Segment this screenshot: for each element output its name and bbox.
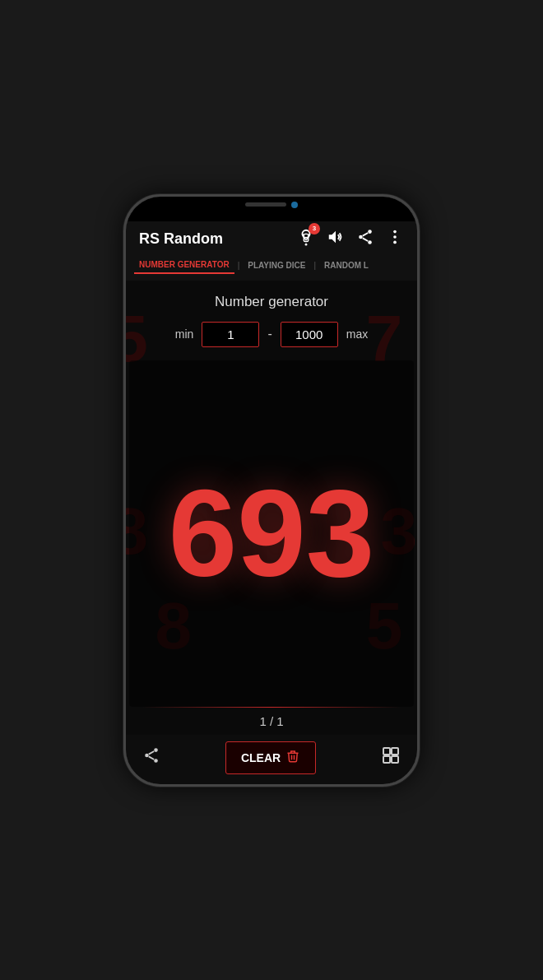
svg-line-7 [363, 232, 368, 235]
tab-bar: NUMBER GENERATOR | PLAYING DICE | RANDOM… [126, 257, 417, 281]
svg-point-5 [359, 235, 363, 239]
header-icons: 3 [297, 228, 404, 250]
notch [222, 197, 321, 213]
svg-point-1 [305, 243, 308, 245]
max-input[interactable] [281, 322, 338, 347]
camera-dot [291, 202, 298, 208]
svg-line-8 [363, 238, 368, 241]
app-title: RS Random [139, 230, 223, 248]
main-content: 5 7 8 3 8 5 Number generator min - max [126, 281, 417, 707]
range-dash: - [267, 327, 272, 341]
max-label: max [346, 327, 368, 341]
share-result-button[interactable] [142, 746, 160, 769]
min-label: min [175, 327, 194, 341]
pagination: 1 / 1 [126, 708, 417, 735]
svg-point-11 [393, 240, 397, 244]
svg-rect-17 [383, 748, 390, 755]
result-display[interactable]: 693 [129, 360, 414, 707]
history-button[interactable] [381, 745, 401, 769]
svg-point-10 [393, 235, 397, 239]
tab-number-generator[interactable]: NUMBER GENERATOR [134, 257, 234, 274]
clear-button[interactable]: CLEAR [225, 741, 316, 774]
svg-point-4 [368, 230, 372, 234]
clear-icon [285, 749, 300, 767]
speaker [245, 202, 286, 207]
range-controls: min - max [175, 322, 368, 347]
app-header: RS Random 3 [126, 221, 417, 257]
notification-badge: 3 [309, 223, 320, 235]
svg-line-15 [149, 751, 154, 755]
min-input[interactable] [202, 322, 259, 347]
svg-marker-3 [329, 230, 336, 243]
result-number: 693 [169, 471, 374, 595]
tab-separator-2: | [313, 261, 316, 270]
section-title: Number generator [215, 294, 328, 310]
status-bar [126, 197, 417, 221]
clear-label: CLEAR [241, 751, 281, 764]
svg-point-6 [368, 240, 372, 244]
svg-point-13 [145, 754, 149, 758]
phone-frame: RS Random 3 [123, 194, 420, 787]
screen: RS Random 3 [126, 197, 417, 784]
bottom-bar: CLEAR [126, 735, 417, 784]
svg-point-9 [393, 230, 397, 233]
notification-icon[interactable]: 3 [297, 228, 315, 250]
tab-playing-dice[interactable]: PLAYING DICE [243, 258, 310, 273]
tab-separator-1: | [238, 261, 240, 270]
svg-line-16 [149, 756, 154, 759]
generator-section: Number generator min - max [126, 281, 417, 360]
svg-rect-19 [383, 756, 390, 763]
svg-point-12 [154, 748, 158, 752]
tab-random-l[interactable]: RANDOM L [319, 258, 374, 273]
svg-rect-18 [392, 748, 398, 755]
svg-point-14 [154, 759, 158, 763]
svg-rect-20 [392, 756, 398, 763]
share-icon[interactable] [356, 228, 374, 250]
more-options-icon[interactable] [386, 228, 404, 250]
sound-icon[interactable] [327, 228, 345, 250]
